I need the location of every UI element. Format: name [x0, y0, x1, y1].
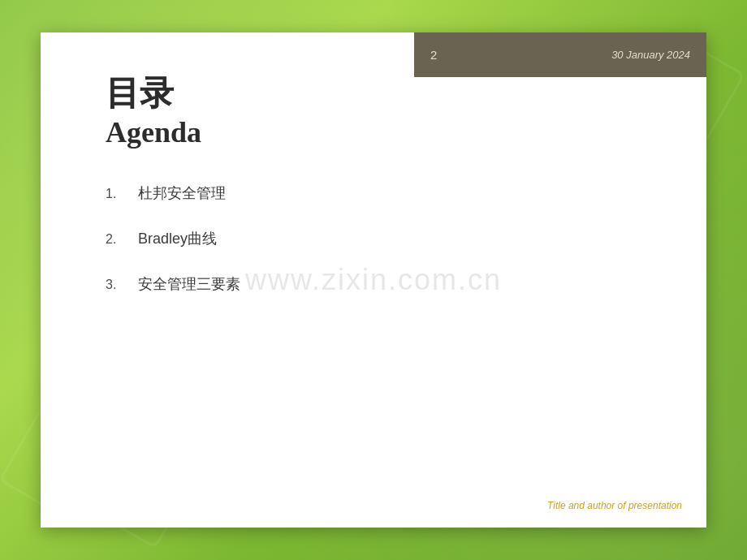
agenda-list: 1. 杜邦安全管理 2. Bradley曲线 3. 安全管理三要素 — [106, 183, 658, 294]
list-item: 2. Bradley曲线 — [106, 229, 658, 248]
item-number-1: 1. — [106, 187, 130, 201]
item-number-2: 2. — [106, 232, 130, 247]
slide-content: 目录 Agenda 1. 杜邦安全管理 2. Bradley曲线 3. 安全管理… — [41, 32, 706, 528]
slide-background: 2 30 January 2024 目录 Agenda 1. 杜邦安全管理 2.… — [0, 0, 747, 560]
title-english: Agenda — [106, 115, 658, 150]
title-chinese: 目录 — [106, 73, 658, 114]
list-item: 1. 杜邦安全管理 — [106, 183, 658, 203]
item-number-3: 3. — [106, 278, 130, 292]
list-item: 3. 安全管理三要素 — [106, 274, 658, 294]
slide-footer: Title and author of presentation — [547, 500, 682, 511]
item-text-2: Bradley曲线 — [138, 229, 217, 248]
item-text-3: 安全管理三要素 — [138, 274, 240, 294]
title-section: 目录 Agenda — [106, 73, 658, 151]
slide-container: 2 30 January 2024 目录 Agenda 1. 杜邦安全管理 2.… — [41, 32, 706, 528]
item-text-1: 杜邦安全管理 — [138, 183, 226, 203]
